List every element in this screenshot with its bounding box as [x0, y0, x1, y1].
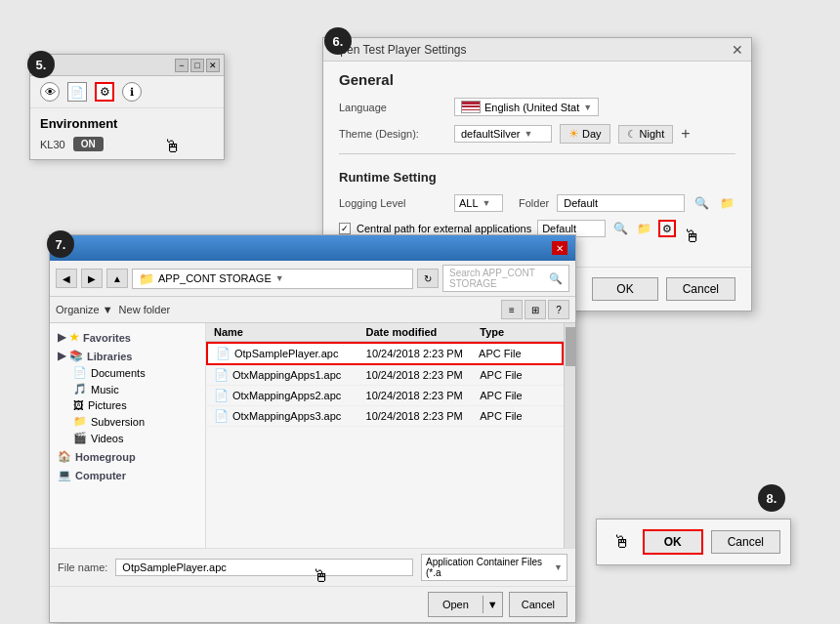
step-8-label: 8.: [767, 491, 777, 506]
central-folder-icon[interactable]: 📁: [635, 220, 652, 237]
docs-icon: 📄: [73, 366, 87, 379]
sun-icon: ☀: [568, 127, 579, 141]
logging-label: Logging Level: [339, 197, 446, 209]
homegroup-section[interactable]: 🏠 Homegroup: [50, 446, 205, 465]
flag-icon: [461, 101, 481, 113]
folder-icon[interactable]: 📁: [718, 194, 735, 212]
star-icon: ★: [69, 331, 79, 344]
computer-section[interactable]: 💻 Computer: [50, 465, 205, 483]
file-date-cell: 10/24/2018 2:23 PM: [366, 348, 479, 359]
panel7-sidebar: ▶ ★ Favorites ▶ 📚 Libraries 📄 Documents …: [50, 323, 206, 548]
scrollbar-thumb: [566, 327, 575, 366]
address-arrow: ▼: [275, 273, 284, 283]
panel6-ok-button[interactable]: OK: [592, 277, 657, 301]
table-row[interactable]: 📄OtxMappingApps1.apc 10/24/2018 2:23 PM …: [206, 365, 564, 386]
help-btn[interactable]: ?: [548, 300, 569, 319]
address-path[interactable]: 📁 APP_CONT STORAGE ▼: [132, 269, 413, 289]
subversion-label: Subversion: [91, 416, 145, 428]
day-button[interactable]: ☀ Day: [560, 124, 610, 144]
grid-view-btn[interactable]: ⊞: [525, 300, 546, 319]
central-gear-icon[interactable]: ⚙: [658, 220, 676, 237]
filetype-value: Application Container Files (*.a: [426, 557, 550, 578]
panel5-close[interactable]: ✕: [206, 59, 220, 72]
organize-button[interactable]: Organize ▼: [56, 304, 113, 315]
table-row[interactable]: 📄OtxMappingApps3.apc 10/24/2018 2:23 PM …: [206, 406, 564, 427]
panel-8-confirm: 🖱 OK Cancel: [596, 519, 791, 565]
panel8-ok-button[interactable]: OK: [643, 529, 703, 555]
file-icon[interactable]: 📄: [67, 82, 87, 102]
computer-label: Computer: [75, 470, 126, 481]
file-type-cell: APC File: [480, 390, 556, 401]
subversion-item[interactable]: 📁 Subversion: [50, 413, 205, 430]
col-date: Date modified: [366, 326, 481, 338]
search-icon-inner: 🔍: [549, 272, 563, 285]
panel5-titlebar: − □ ✕: [30, 55, 224, 76]
file-header: Name Date modified Type: [206, 323, 564, 342]
panel6-close[interactable]: ✕: [732, 42, 743, 58]
runtime-title: Runtime Setting: [323, 160, 751, 190]
address-folder-icon: 📁: [139, 271, 154, 286]
file-icon: 📄: [214, 409, 229, 423]
computer-icon: 💻: [58, 469, 71, 481]
table-row[interactable]: 📄OtpSamplePlayer.apc 10/24/2018 2:23 PM …: [206, 342, 564, 365]
panel7-address-bar: ◀ ▶ ▲ 📁 APP_CONT STORAGE ▼ ↻ Search APP_…: [50, 261, 575, 297]
kl30-label: KL30: [40, 139, 65, 150]
up-button[interactable]: ▲: [106, 269, 128, 288]
panel7-cancel-button[interactable]: Cancel: [509, 592, 567, 617]
theme-dropdown[interactable]: defaultSilver ▼: [454, 125, 552, 143]
filename-input[interactable]: [115, 559, 413, 576]
documents-item[interactable]: 📄 Documents: [50, 364, 205, 381]
col-type: Type: [480, 326, 556, 338]
libraries-section[interactable]: ▶ 📚 Libraries: [50, 346, 205, 364]
list-view-btn[interactable]: ≡: [501, 300, 523, 319]
documents-label: Documents: [91, 367, 146, 379]
info-icon[interactable]: ℹ: [122, 82, 142, 102]
search-placeholder: Search APP_CONT STORAGE: [449, 268, 545, 289]
panel6-cancel-button[interactable]: Cancel: [666, 277, 735, 301]
music-item[interactable]: 🎵 Music: [50, 381, 205, 397]
search-box[interactable]: Search APP_CONT STORAGE 🔍: [442, 265, 569, 292]
panel-5-environment: − □ ✕ 👁 📄 ⚙ ℹ Environment KL30 ON: [29, 54, 225, 160]
forward-button[interactable]: ▶: [81, 269, 103, 288]
refresh-button[interactable]: ↻: [417, 269, 439, 288]
file-name-cell: 📄OtxMappingApps1.apc: [214, 368, 366, 382]
central-label: Central path for external applications: [357, 223, 531, 234]
col-name: Name: [214, 326, 366, 338]
open-arrow[interactable]: ▼: [483, 596, 502, 613]
new-folder-button[interactable]: New folder: [119, 304, 171, 315]
libraries-arrow: ▶: [58, 350, 65, 362]
step-6-label: 6.: [333, 34, 344, 49]
videos-label: Videos: [91, 433, 123, 444]
videos-item[interactable]: 🎬 Videos: [50, 430, 205, 446]
panel8-cancel-button[interactable]: Cancel: [711, 530, 780, 554]
filetype-dropdown[interactable]: Application Container Files (*.a ▼: [421, 554, 567, 581]
search-icon[interactable]: 🔍: [693, 194, 710, 212]
panel5-minimize[interactable]: −: [175, 59, 189, 72]
pictures-icon: 🖼: [73, 399, 84, 411]
night-label: Night: [640, 128, 665, 140]
table-row[interactable]: 📄OtxMappingApps2.apc 10/24/2018 2:23 PM …: [206, 386, 564, 406]
file-icon: 📄: [214, 389, 229, 402]
eye-icon[interactable]: 👁: [40, 82, 60, 102]
folder-input[interactable]: [557, 194, 685, 212]
night-button[interactable]: ☾ Night: [618, 125, 674, 144]
panel7-close-btn[interactable]: ✕: [552, 241, 567, 255]
music-icon: 🎵: [73, 383, 87, 395]
language-dropdown[interactable]: English (United Stat ▼: [454, 98, 599, 116]
logging-dropdown[interactable]: ALL ▼: [454, 194, 503, 212]
central-checkbox[interactable]: ✓: [339, 223, 351, 234]
toggle-on[interactable]: ON: [73, 137, 104, 151]
back-button[interactable]: ◀: [56, 269, 77, 288]
favorites-section[interactable]: ▶ ★ Favorites: [50, 327, 205, 346]
plus-button[interactable]: +: [681, 125, 690, 143]
central-search-icon[interactable]: 🔍: [611, 220, 629, 237]
day-label: Day: [582, 128, 602, 140]
open-button[interactable]: Open ▼: [428, 592, 503, 617]
gear-icon[interactable]: ⚙: [95, 82, 114, 102]
videos-icon: 🎬: [73, 432, 87, 444]
music-label: Music: [91, 384, 119, 395]
panel5-restore[interactable]: □: [190, 59, 204, 72]
logging-arrow: ▼: [483, 198, 491, 208]
scrollbar[interactable]: [564, 323, 575, 548]
pictures-item[interactable]: 🖼 Pictures: [50, 397, 205, 413]
